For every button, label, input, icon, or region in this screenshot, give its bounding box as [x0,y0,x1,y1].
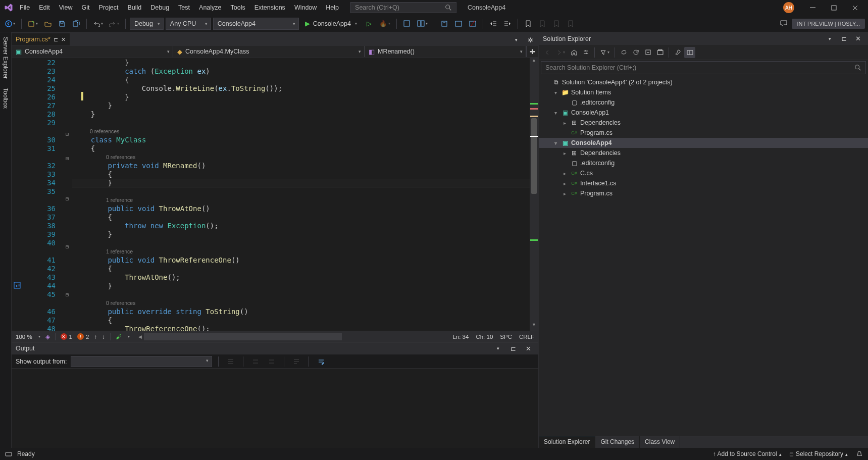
menu-debug[interactable]: Debug [146,2,174,14]
nav-project-dropdown[interactable]: ▣ ConsoleApp4 [12,46,173,57]
se-properties-button[interactable] [672,47,683,58]
menu-file[interactable]: File [15,2,34,14]
comment-button[interactable] [452,18,465,30]
line-ending[interactable]: CRLF [519,334,534,340]
panel-close-button[interactable]: ✕ [852,33,864,45]
close-tab-icon[interactable]: ✕ [61,36,66,43]
no-issues-icon[interactable]: ◈ [45,333,50,340]
folding-column[interactable]: ⊟⊟⊟⊟⊟ [63,58,72,331]
tree-item[interactable]: ▾📁Solution Items [539,87,868,97]
nav-back-button[interactable]: ▾ [3,18,17,30]
solution-platform-dropdown[interactable]: Any CPU [166,18,211,30]
tree-item[interactable]: ▸C#C.cs [539,168,868,178]
scroll-down-button[interactable]: ▼ [530,322,538,331]
solution-explorer-search[interactable]: Search Solution Explorer (Ctrl+;) [541,61,866,74]
save-all-button[interactable] [70,18,82,30]
tree-item[interactable]: ⧉Solution 'ConsoleApp4' (2 of 2 projects… [539,77,868,87]
start-without-debug-button[interactable]: ▷ [363,18,375,30]
vertical-scrollbar[interactable]: ▲ ▼ [530,58,538,331]
menu-build[interactable]: Build [123,2,146,14]
menu-edit[interactable]: Edit [34,2,55,14]
global-search-input[interactable]: Search (Ctrl+Q) [350,2,456,13]
tree-item[interactable]: ▸⊞Dependencies [539,148,868,158]
open-button[interactable] [42,18,54,30]
panel-pin-button[interactable]: ⊏ [838,33,850,45]
expand-icon[interactable]: ▸ [561,171,568,176]
se-refresh-button[interactable] [630,47,641,58]
menu-analyze[interactable]: Analyze [194,2,226,14]
save-button[interactable] [56,18,68,30]
startup-project-dropdown[interactable]: ConsoleApp4 [213,18,299,30]
panel-dropdown-button[interactable]: ▾ [824,33,836,45]
step-over-button[interactable]: ▾ [415,18,430,30]
menu-help[interactable]: Help [321,2,343,14]
tree-item[interactable]: ▸⊞Dependencies [539,118,868,128]
expand-icon[interactable]: ▾ [552,110,559,116]
cursor-line[interactable]: Ln: 34 [452,334,469,340]
feedback-button[interactable] [778,18,790,30]
se-forward-button[interactable]: ▾ [554,47,567,58]
cursor-col[interactable]: Ch: 10 [476,334,493,340]
menu-project[interactable]: Project [94,2,123,14]
tree-item[interactable]: ▢.editorconfig [539,158,868,168]
user-avatar[interactable]: AH [783,2,794,13]
tree-item[interactable]: ▢.editorconfig [539,97,868,108]
bookmark-button[interactable] [522,18,534,30]
expand-icon[interactable]: ▸ [561,120,568,126]
tab-settings-button[interactable]: ✲ [524,34,536,46]
code-editor[interactable]: ⇄ 22232425262728293031323334353637383940… [12,58,538,331]
find-in-files-button[interactable] [438,18,450,30]
se-filter-button[interactable]: ▾ [598,47,611,58]
select-repository-button[interactable]: ◇ Select Repository▴ [790,450,848,457]
prev-message-button[interactable] [249,355,262,368]
outdent-button[interactable] [501,18,514,30]
tree-item[interactable]: ▸C#Program.cs [539,188,868,198]
next-bookmark-button[interactable] [550,18,563,30]
add-source-control-button[interactable]: ↑ Add to Source Control▴ [713,450,782,457]
solution-tree[interactable]: ⧉Solution 'ConsoleApp4' (2 of 2 projects… [539,75,868,436]
go-down-button[interactable]: ↓ [102,334,105,340]
menu-test[interactable]: Test [174,2,194,14]
step-into-button[interactable] [401,18,413,30]
expand-icon[interactable]: ▸ [561,150,568,156]
menu-window[interactable]: Window [290,2,321,14]
split-editor-button[interactable]: ✚ [526,46,538,57]
panel-tab[interactable]: Git Changes [595,436,640,448]
code-content[interactable]: } catch (Exception ex) { Console.WriteLi… [72,58,530,331]
toolbox-tab[interactable]: Toolbox [0,83,11,113]
zoom-level[interactable]: 100 % [16,334,32,340]
tree-item[interactable]: ▸C#Interface1.cs [539,178,868,188]
document-tab[interactable]: Program.cs* ⊏ ✕ [12,33,70,45]
start-debug-button[interactable]: ▶ ConsoleApp4 ▾ [301,18,361,30]
indent-mode[interactable]: SPC [500,334,512,340]
nav-member-dropdown[interactable]: ◧ MRenamed() [365,46,526,57]
minimize-button[interactable] [802,0,823,15]
se-sync-button[interactable] [618,47,629,58]
hot-reload-button[interactable]: 🔥▾ [377,18,392,30]
uncomment-button[interactable] [467,18,479,30]
expand-icon[interactable]: ▸ [561,181,568,186]
indent-button[interactable] [487,18,499,30]
notifications-button[interactable] [856,450,863,457]
panel-dropdown-button[interactable]: ▾ [492,342,504,354]
undo-button[interactable]: ▾ [91,18,105,30]
expand-icon[interactable]: ▾ [552,90,559,95]
scroll-up-button[interactable]: ▲ [530,58,538,66]
panel-pin-button[interactable]: ⊏ [507,342,519,354]
se-home-button[interactable] [568,47,579,58]
prev-bookmark-button[interactable] [536,18,548,30]
maximize-button[interactable] [824,0,844,15]
goto-message-button[interactable] [225,355,237,368]
se-show-all-button[interactable] [654,47,666,58]
scroll-thumb[interactable] [531,118,537,194]
panel-tab[interactable]: Class View [640,436,680,448]
expand-icon[interactable]: ▸ [561,191,568,196]
close-button[interactable] [845,0,865,15]
suggestion-margin-icon[interactable]: ⇄ [14,282,21,289]
server-explorer-tab[interactable]: Server Explorer [0,32,11,83]
go-up-button[interactable]: ↑ [94,334,97,340]
error-count[interactable]: ✕1 [61,333,72,340]
output-source-dropdown[interactable] [71,356,212,367]
next-message-button[interactable] [266,355,278,368]
clear-bookmarks-button[interactable] [565,18,577,30]
